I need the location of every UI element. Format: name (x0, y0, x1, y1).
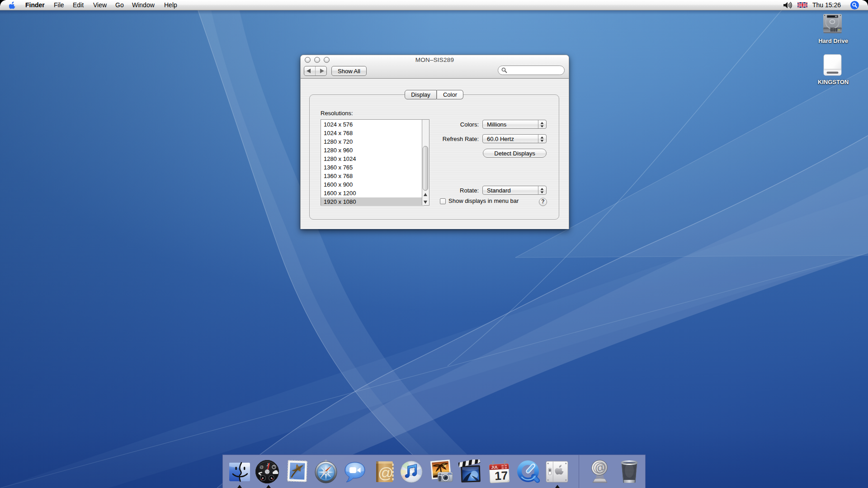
svg-text:17: 17 (495, 469, 508, 483)
svg-text:@: @ (378, 464, 394, 481)
svg-text:@: @ (259, 465, 264, 469)
